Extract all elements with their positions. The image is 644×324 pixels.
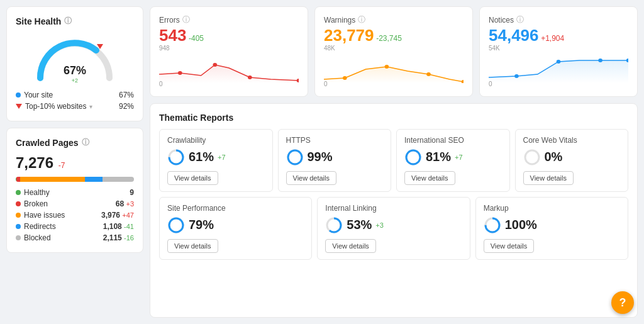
errors-title: Errors ⓘ bbox=[159, 14, 299, 25]
svg-text:+2: +2 bbox=[72, 77, 78, 83]
gauge-container: 67% +2 bbox=[16, 33, 134, 83]
svg-point-10 bbox=[462, 80, 464, 83]
crawled-progress-bar bbox=[16, 177, 134, 182]
crawled-pages-info-icon[interactable]: ⓘ bbox=[82, 137, 89, 148]
view-details-https[interactable]: View details bbox=[286, 171, 337, 185]
view-details-internal-linking[interactable]: View details bbox=[325, 239, 376, 253]
dot-blocked bbox=[16, 235, 21, 240]
view-details-cwv[interactable]: View details bbox=[523, 171, 574, 185]
errors-info-icon[interactable]: ⓘ bbox=[182, 14, 190, 25]
report-core-web-vitals: Core Web Vitals 0% View details bbox=[515, 129, 629, 192]
your-site-dot bbox=[16, 92, 21, 98]
svg-point-3 bbox=[178, 71, 182, 75]
warnings-card: Warnings ⓘ 23,779 -23,745 48K bbox=[314, 6, 473, 97]
view-details-int-seo[interactable]: View details bbox=[404, 171, 455, 185]
cwv-progress-icon bbox=[523, 148, 541, 166]
reports-top-grid: Crawlability 61% +7 View details HTTPS bbox=[159, 129, 628, 192]
site-health-title: Site Health ⓘ bbox=[16, 16, 134, 26]
svg-point-23 bbox=[169, 218, 183, 232]
https-progress-icon bbox=[286, 148, 304, 166]
svg-point-21 bbox=[525, 150, 539, 164]
int-linking-progress-icon bbox=[325, 216, 343, 234]
pb-blocked bbox=[103, 177, 134, 182]
dot-broken bbox=[16, 201, 21, 206]
notices-info-icon[interactable]: ⓘ bbox=[516, 14, 524, 25]
view-details-site-performance[interactable]: View details bbox=[167, 239, 218, 253]
report-crawlability: Crawlability 61% +7 View details bbox=[159, 129, 273, 192]
fab-button[interactable]: ? bbox=[611, 291, 634, 314]
report-site-performance: Site Performance 79% View details bbox=[159, 197, 312, 260]
notices-sparkline bbox=[489, 55, 628, 83]
markup-progress-icon bbox=[484, 216, 501, 234]
pb-redirects bbox=[85, 177, 103, 182]
errors-sparkline bbox=[159, 55, 299, 83]
site-perf-progress-icon bbox=[167, 216, 185, 234]
notices-title: Notices ⓘ bbox=[489, 14, 628, 25]
stat-broken: Broken 68 +3 bbox=[16, 198, 134, 209]
report-internal-linking: Internal Linking 53% +3 View details bbox=[317, 197, 470, 260]
svg-point-8 bbox=[385, 65, 389, 69]
svg-point-9 bbox=[426, 72, 431, 76]
svg-point-20 bbox=[406, 150, 420, 164]
stat-blocked: Blocked 2,115 -16 bbox=[16, 232, 134, 243]
right-panel: Errors ⓘ 543 -405 948 bbox=[150, 6, 638, 318]
stat-healthy: Healthy 9 bbox=[16, 187, 134, 198]
notices-card: Notices ⓘ 54,496 +1,904 54K bbox=[479, 6, 638, 97]
thematic-reports-card: Thematic Reports Crawlability 61% +7 Vie… bbox=[150, 103, 638, 318]
view-details-crawlability[interactable]: View details bbox=[167, 171, 218, 185]
svg-point-18 bbox=[288, 150, 302, 164]
crawled-value: 7,276 bbox=[16, 154, 53, 171]
top10-triangle-icon bbox=[16, 104, 22, 109]
pb-issues bbox=[20, 177, 85, 182]
left-panel: Site Health ⓘ 67% +2 bbox=[6, 6, 143, 318]
svg-point-12 bbox=[557, 60, 561, 64]
report-https: HTTPS 99% View details bbox=[278, 129, 392, 192]
svg-point-5 bbox=[248, 75, 252, 79]
svg-text:67%: 67% bbox=[64, 64, 86, 77]
metrics-row: Errors ⓘ 543 -405 948 bbox=[150, 6, 638, 97]
dot-redirects bbox=[16, 224, 21, 229]
report-international-seo: International SEO 81% +7 View details bbox=[396, 129, 510, 192]
top10-row: Top-10% websites ▾ 92% bbox=[16, 101, 134, 112]
site-health-info-icon[interactable]: ⓘ bbox=[64, 16, 72, 26]
dot-issues bbox=[16, 213, 21, 218]
svg-point-7 bbox=[343, 76, 347, 80]
view-details-markup[interactable]: View details bbox=[484, 239, 535, 253]
stat-rows: Healthy 9 Broken 68 +3 Have issues bbox=[16, 187, 134, 243]
dot-healthy bbox=[16, 190, 21, 195]
crawlability-progress-icon bbox=[167, 148, 185, 166]
crawled-delta: -7 bbox=[58, 161, 65, 170]
svg-point-4 bbox=[213, 63, 217, 67]
crawled-pages-title: Crawled Pages ⓘ bbox=[16, 137, 134, 148]
svg-point-13 bbox=[598, 59, 602, 62]
gauge-labels: Your site 67% Top-10% websites ▾ 92% bbox=[16, 89, 134, 112]
warnings-sparkline bbox=[324, 55, 464, 83]
reports-bottom-grid: Site Performance 79% View details Intern… bbox=[159, 197, 628, 260]
warnings-info-icon[interactable]: ⓘ bbox=[358, 14, 365, 25]
thematic-reports-title: Thematic Reports bbox=[159, 113, 628, 123]
report-markup: Markup 100% View details bbox=[475, 197, 628, 260]
errors-card: Errors ⓘ 543 -405 948 bbox=[150, 6, 308, 97]
your-site-row: Your site 67% bbox=[16, 89, 134, 101]
svg-point-11 bbox=[514, 74, 519, 78]
top10-chevron-icon[interactable]: ▾ bbox=[89, 103, 92, 110]
crawled-pages-card: Crawled Pages ⓘ 7,276 -7 Healthy bbox=[6, 128, 143, 253]
warnings-title: Warnings ⓘ bbox=[324, 14, 464, 25]
stat-issues: Have issues 3,976 +47 bbox=[16, 209, 134, 221]
gauge-svg: 67% +2 bbox=[31, 33, 119, 83]
site-health-card: Site Health ⓘ 67% +2 bbox=[6, 6, 143, 121]
crawled-value-row: 7,276 -7 bbox=[16, 154, 134, 172]
int-seo-progress-icon bbox=[404, 148, 422, 166]
stat-redirects: Redirects 1,108 -41 bbox=[16, 221, 134, 232]
